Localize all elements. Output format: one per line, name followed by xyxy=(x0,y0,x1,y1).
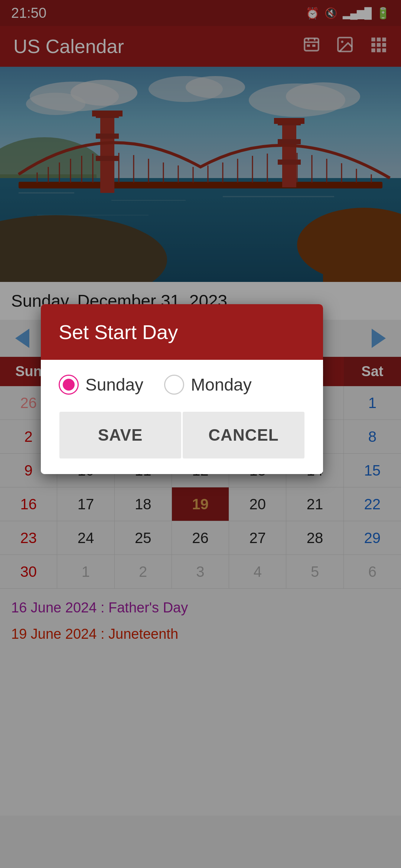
dialog-buttons: SAVE CANCEL xyxy=(59,411,305,459)
modal-overlay: Set Start Day Sunday Monday SAVE CAN xyxy=(0,0,401,868)
start-day-radio-group: Sunday Monday xyxy=(59,375,305,395)
dialog-title: Set Start Day xyxy=(59,320,305,343)
radio-button-sunday[interactable] xyxy=(59,375,79,395)
radio-option-sunday[interactable]: Sunday xyxy=(59,375,157,395)
radio-option-monday[interactable]: Monday xyxy=(164,375,265,395)
dialog-set-start-day: Set Start Day Sunday Monday SAVE CAN xyxy=(41,304,323,474)
radio-label-monday: Monday xyxy=(191,375,252,395)
cancel-button[interactable]: CANCEL xyxy=(183,412,304,458)
radio-button-monday[interactable] xyxy=(164,375,184,395)
radio-label-sunday: Sunday xyxy=(85,375,143,395)
dialog-header: Set Start Day xyxy=(41,304,323,360)
save-button[interactable]: SAVE xyxy=(59,412,181,458)
dialog-body: Sunday Monday SAVE CANCEL xyxy=(41,360,323,474)
